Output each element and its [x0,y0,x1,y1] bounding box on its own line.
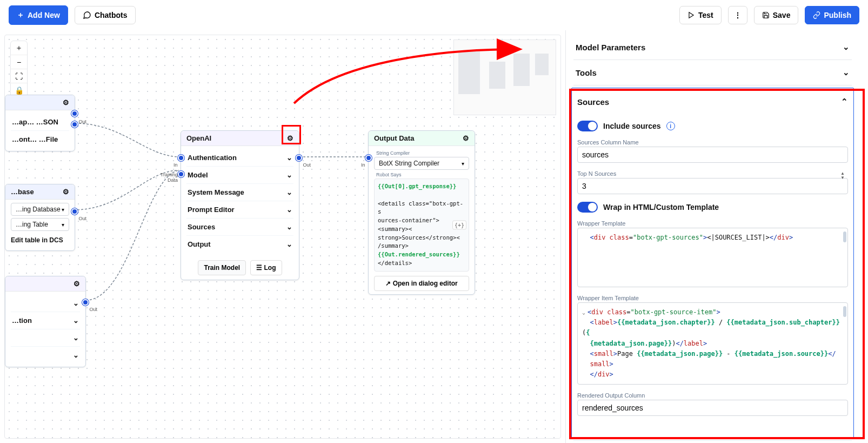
lock-icon: 🔒 [15,86,24,95]
fold-icon[interactable]: ⌄ [582,309,585,315]
node-title: Output Data [374,134,414,142]
accordion-title: Tools [576,68,597,77]
node-row-model[interactable]: Model⌄ [186,166,293,183]
field-label: String Compiler [376,150,469,156]
highlight-gear [282,125,301,144]
table-select[interactable]: …ing Table▾ [11,218,69,231]
port-out[interactable] [71,110,78,117]
chatbots-label: Chatbots [95,11,128,19]
node-row-authentication[interactable]: Authentication⌄ [186,149,293,166]
log-icon: ☰ [256,264,262,272]
port-out[interactable] [296,155,302,161]
node-output-data[interactable]: Output Data ⚙ String Compiler BotX Strin… [368,130,475,295]
node-title: …base [11,188,34,196]
more-button[interactable]: ⋮ [728,6,747,24]
port-out[interactable] [82,299,89,306]
edit-table-link[interactable]: Edit table in DCS [11,233,69,247]
publish-button[interactable]: Publish [805,6,859,24]
accordion-model-parameters[interactable]: Model Parameters ⌄ [573,35,852,59]
node-row[interactable]: ⌄ [11,329,80,346]
log-button[interactable]: ☰ Log [250,260,282,275]
chatbots-button[interactable]: Chatbots [75,6,136,24]
gear-icon[interactable]: ⚙ [74,280,80,288]
scrollbar-thumb[interactable] [843,306,846,317]
plus-icon: ＋ [15,43,23,52]
side-panel: Model Parameters ⌄ Tools ⌄ Sources ⌃ Inc… [565,30,868,443]
database-select[interactable]: …ing Database▾ [11,203,69,216]
save-icon [762,11,770,19]
expand-icon: ⛶ [15,72,23,81]
caret-down-icon: ▾ [462,161,464,167]
node-row-sources[interactable]: Sources⌄ [186,218,293,235]
fit-button[interactable]: ⛶ [11,69,27,83]
flow-canvas[interactable]: ＋ − ⛶ 🔒 ↶ ⑂ ⧉ ⚙ [4,35,561,439]
robot-says-code[interactable]: {{Out[0].gpt_response}} <details class="… [374,178,469,272]
scrollbar-thumb[interactable] [843,232,846,242]
string-compiler-select[interactable]: BotX String Compiler▾ [374,157,469,170]
node-title: OpenAI [186,134,211,142]
zoom-out-button[interactable]: − [11,55,27,69]
wrapper-template-editor[interactable]: <div class="botx-gpt-sources"><|SOURCES_… [577,228,848,287]
port-label: Training Data [151,172,178,183]
node-input[interactable]: ⚙ …ap… …SON …ont… …File Out [5,95,75,151]
save-button[interactable]: Save [754,6,799,24]
zoom-in-button[interactable]: ＋ [11,41,27,55]
port-out-2[interactable] [71,121,78,128]
port-label: Out [78,119,86,124]
caret-down-icon: ▾ [62,222,64,228]
node-openai[interactable]: OpenAI ⚙ Authentication⌄ Model⌄ System M… [181,130,299,280]
chat-icon [83,11,91,19]
chevron-down-icon: ⌄ [286,188,292,196]
publish-icon [813,11,820,19]
play-icon [687,11,695,19]
gear-icon[interactable]: ⚙ [463,134,469,142]
node-title [11,98,13,107]
spinner-down-icon[interactable]: ▼ [840,176,845,180]
node-row: …ap… …SON [11,114,69,130]
gear-icon[interactable]: ⚙ [63,188,69,196]
chevron-down-icon: ⌄ [286,240,292,248]
chevron-down-icon: ⌄ [843,68,850,77]
more-vertical-icon: ⋮ [734,11,742,19]
minimap[interactable] [453,39,556,115]
node-row[interactable]: …tion⌄ [11,312,80,329]
open-dialog-editor-button[interactable]: ↗ Open in dialog editor [374,276,469,291]
minus-icon: − [17,58,21,67]
node-row-output[interactable]: Output⌄ [186,235,293,253]
save-label: Save [773,11,791,19]
accordion-output[interactable]: Output ⌄ [573,441,852,443]
port-in[interactable] [178,155,184,161]
caret-down-icon: ▾ [62,207,64,213]
test-label: Test [698,11,713,19]
field-label: Top N Sources [577,170,848,177]
chevron-down-icon: ⌄ [73,299,79,307]
port-out[interactable] [71,208,78,215]
chevron-down-icon: ⌄ [286,223,292,231]
wrap-template-toggle[interactable] [577,202,598,213]
number-spinner[interactable]: ▲▼ [840,171,845,180]
node-row-prompt-editor[interactable]: Prompt Editor⌄ [186,201,293,218]
include-sources-toggle[interactable] [577,121,598,131]
node-row[interactable]: ⌄ [11,295,80,312]
add-new-button[interactable]: ＋ Add New [9,5,68,25]
port-label: Out [89,307,97,312]
wrapper-item-template-editor[interactable]: ⌄<div class="botx-gpt-source-item"> <lab… [577,302,848,385]
gear-icon[interactable]: ⚙ [63,98,69,107]
test-button[interactable]: Test [679,6,722,24]
accordion-tools[interactable]: Tools ⌄ [573,60,852,85]
node-row-system-message[interactable]: System Message⌄ [186,183,293,201]
port-in[interactable] [365,155,372,161]
port-label: In [173,162,178,168]
train-model-button[interactable]: Train Model [198,260,246,275]
expand-code-icon[interactable]: {+} [452,220,466,229]
chevron-down-icon: ⌄ [843,42,850,52]
accordion-title: Model Parameters [576,43,645,52]
chevron-down-icon: ⌄ [73,316,79,325]
node-collapsed[interactable]: ⚙ ⌄ …tion⌄ ⌄ ⌄ Out [5,276,86,367]
port-training-data[interactable] [178,171,184,177]
top-n-sources-input[interactable] [577,178,848,194]
plus-icon: ＋ [17,10,24,20]
node-database[interactable]: …base ⚙ …ing Database▾ …ing Table▾ Edit … [5,184,75,251]
node-row[interactable]: ⌄ [11,346,80,363]
chevron-down-icon: ⌄ [73,351,79,359]
